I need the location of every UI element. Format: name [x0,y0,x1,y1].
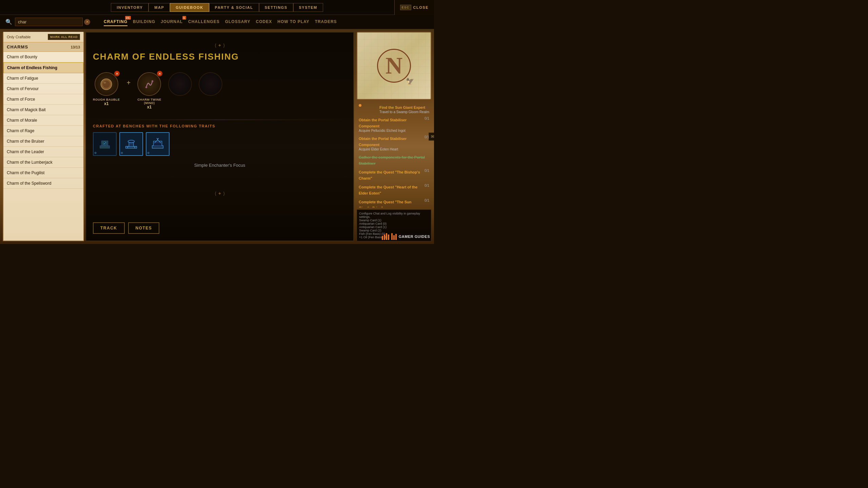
bench-3-svg [150,136,166,152]
guidebook-tab-journal[interactable]: JOURNAL1 [161,18,183,26]
guidebook-tab-challenges[interactable]: CHALLENGES [188,18,220,26]
nav-btn-system[interactable]: SYSTEM [293,3,323,12]
ingredient-1-name: ROUGH BAUBLE [93,98,120,101]
bench-2-corner: ⚙ [121,151,123,155]
mail-icon: ✉ [431,134,434,139]
guidebook-tab-crafting[interactable]: CRAFTING21 [104,18,127,26]
search-clear-button[interactable]: ✕ [84,19,90,25]
list-item[interactable]: Charm of Bounty [3,52,83,62]
bench-icon-1[interactable]: ⚙ [93,132,117,156]
search-area: 🔍 ✕ CRAFTING21BUILDINGJOURNAL1CHALLENGES… [0,15,434,29]
guidebook-tab-traders[interactable]: TRADERS [315,18,337,26]
quest-subtitle: Travel to a Swamp Gloom Realm [379,110,429,114]
list-item[interactable]: Charm of Magick Bait [3,105,83,115]
watermark-text: GAMER GUIDES [399,235,430,239]
close-label: CLOSE [413,5,429,9]
nav-btn-map[interactable]: MAP [149,3,170,12]
quest-title[interactable]: Complete the Quest "The Bishop's Charm" [359,170,420,180]
quest-item: Gather the components for the Portal Sta… [357,153,431,167]
quest-title[interactable]: Gather the components for the Portal Sta… [359,155,425,165]
ingredient-slot-3 [168,72,192,96]
bottom-info-item: Antiquarian Card (0) [359,222,429,225]
list-item[interactable]: Charm of the Pugilist [3,168,83,178]
ingredient-slot-4 [199,72,222,96]
quest-subtitle: Acquire Elder Eoten Heart [359,147,425,151]
svg-point-10 [128,140,134,143]
list-item[interactable]: Charm of Rage [3,126,83,136]
guidebook-tab-glossary[interactable]: GLOSSARY [225,18,251,26]
quest-item: Complete the Quest "Heart of the Elder E… [357,183,431,197]
mail-button[interactable]: ✉ [429,133,434,141]
ingredients-area: ✕ ROUGH BAUBLE x1 + ✕ [93,69,347,113]
nav-btn-guidebook[interactable]: GUIDEBOOK [170,3,209,12]
category-title: CHARMS [7,44,28,49]
bench-icon-2[interactable]: ⚙ [119,132,143,156]
remove-ingredient-2-button[interactable]: ✕ [157,71,162,76]
quest-item: Obtain the Portal Stabiliser ComponentAc… [357,134,431,152]
guidebook-tab-building[interactable]: BUILDING [133,18,155,26]
quest-item: Find the Sun Giant ExpertTravel to a Swa… [357,103,431,115]
quest-title[interactable]: Complete the Quest "The Sun Giant's Priz… [359,200,412,207]
ingredient-2-qty: x1 [147,105,152,109]
search-input[interactable] [15,18,83,26]
quest-progress: 0/1 [425,117,429,120]
category-header: CHARMS 13/13 [3,42,83,52]
bench-3-corner: ⚙ [147,151,150,155]
list-item[interactable]: Charm of the Bruiser [3,136,83,147]
bench-1-corner: ⚙ [94,151,97,155]
codex-bird: 🦅 [406,77,414,85]
bench-label: Simple Enchanter's Focus [93,163,347,168]
quest-title[interactable]: Obtain the Portal Stabiliser Component [359,137,407,147]
quest-item: Obtain the Portal Stabiliser ComponentAc… [357,116,431,134]
track-button[interactable]: TRACK [93,222,125,234]
main-content: Only Craftable MARK ALL READ CHARMS 13/1… [0,29,434,244]
ingredient-1-qty: x1 [104,101,108,106]
bench-icons: ⚙ ⚙ [93,132,347,156]
list-item[interactable]: Charm of Endless Fishing [3,62,83,73]
crafting-section-title: CRAFTED AT BENCHES WITH THE FOLLOWING TR… [93,124,347,128]
list-item[interactable]: Charm of Force [3,94,83,105]
remove-ingredient-1-button[interactable]: ✕ [114,71,120,76]
close-button[interactable]: ESC CLOSE [394,0,434,15]
guidebook-tab-codex[interactable]: CODEX [256,18,272,26]
ingredient-1-icon: ✕ [95,72,118,96]
only-craftable-label: Only Craftable [7,35,31,39]
quest-title[interactable]: Find the Sun Giant Expert [379,105,425,109]
watermark: GAMER GUIDES [382,233,430,240]
list-item[interactable]: Charm of the Lumberjack [3,157,83,168]
esc-badge: ESC [400,5,411,10]
ingredient-2-name: CHARM TWINE(MIND) [137,98,161,105]
list-item[interactable]: Charm of Morale [3,115,83,126]
quest-title[interactable]: Obtain the Portal Stabiliser Component [359,118,407,128]
plus-connector: + [127,79,131,87]
mark-all-read-button[interactable]: MARK ALL READ [48,34,80,40]
right-panel: N 🦅 Find the Sun Giant ExpertTravel to a… [357,32,431,241]
ingredient-slot-3-icon [168,72,192,96]
quest-dot [359,104,361,107]
bottom-info-item: Antiquarian Card (1) [359,225,429,229]
quests-panel: Find the Sun Giant ExpertTravel to a Swa… [357,102,431,207]
list-item[interactable]: Charm of Fatigue [3,73,83,84]
nav-btn-settings[interactable]: SETTINGS [259,3,293,12]
nav-btn-inventory[interactable]: INVENTORY [111,3,149,12]
quest-item: Complete the Quest "The Bishop's Charm"0… [357,168,431,182]
nav-btn-party---social[interactable]: PARTY & SOCIAL [209,3,259,12]
svg-rect-13 [152,146,163,148]
list-item[interactable]: Charm of the Spellsword [3,178,83,189]
notes-button[interactable]: NOTES [128,222,160,234]
svg-line-16 [158,138,159,139]
quest-title[interactable]: Complete the Quest "Heart of the Elder E… [359,185,417,195]
left-panel: Only Craftable MARK ALL READ CHARMS 13/1… [3,32,84,241]
svg-line-15 [157,138,158,139]
center-panel: ⟨ ✦ ⟩ CHARM OF ENDLESS FISHING ✕ ROUGH B… [85,32,354,241]
panel-header: Only Craftable MARK ALL READ [3,32,83,42]
codex-book-inner: N 🦅 [357,33,431,99]
list-item[interactable]: Charm of Fervour [3,84,83,94]
category-count: 13/13 [71,45,80,49]
bottom-info-item: Swamp Card (2) [359,229,429,232]
deco-top: ⟨ ✦ ⟩ [93,43,347,48]
list-item[interactable]: Charm of the Leader [3,147,83,157]
search-icon: 🔍 [5,19,12,25]
bench-icon-3[interactable]: ⚙ [146,132,170,156]
guidebook-tab-how-to-play[interactable]: HOW TO PLAY [277,18,309,26]
